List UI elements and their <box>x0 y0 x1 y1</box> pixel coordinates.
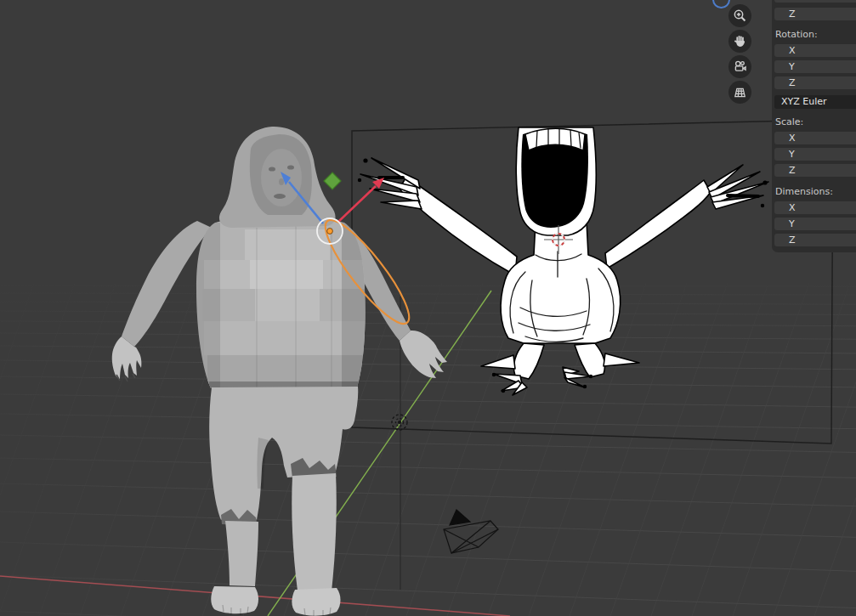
creature-hip-spike <box>481 355 515 369</box>
viewport-canvas[interactable] <box>0 0 856 616</box>
creature-hip-spike <box>604 353 639 366</box>
empty-sphere[interactable] <box>392 415 407 430</box>
creature-right-arm <box>605 180 711 268</box>
pan-hand-icon <box>733 34 747 48</box>
gizmo-origin-dot <box>327 229 333 235</box>
rotation-z-field[interactable]: Z <box>774 76 856 89</box>
claw-shadow-mark <box>364 159 367 162</box>
location-z-field[interactable]: Z <box>774 8 856 20</box>
grid-ortho-button[interactable] <box>728 81 751 104</box>
claw-tip <box>502 390 505 393</box>
camera-up-triangle <box>450 510 470 525</box>
scale-y-field[interactable]: Y <box>774 148 856 161</box>
grid-ortho-icon <box>733 85 747 99</box>
location-z-label: Z <box>789 8 796 20</box>
camera-object[interactable] <box>444 510 498 553</box>
creature-claw <box>381 201 422 209</box>
rotation-y-field[interactable]: Y <box>774 60 856 73</box>
claw-shadow-mark <box>763 181 767 184</box>
transform-panel: Y Z Rotation: X Y Z XYZ Euler Scale: X Y… <box>772 0 856 252</box>
rotation-x-field[interactable]: X <box>774 44 856 57</box>
location-y-field[interactable]: Y <box>774 0 856 3</box>
rotation-section-label: Rotation: <box>775 29 818 40</box>
camera-view-button[interactable] <box>728 55 751 78</box>
character-left-shin <box>225 521 258 586</box>
claw-shadow-mark <box>762 205 764 207</box>
location-y-label: Y <box>789 0 795 2</box>
dimensions-y-field[interactable]: Y <box>774 218 856 230</box>
blender-3d-viewport: Y Z Rotation: X Y Z XYZ Euler Scale: X Y… <box>0 0 856 616</box>
pants-center-shadow <box>257 438 269 489</box>
rotation-mode-dropdown[interactable]: XYZ Euler <box>774 95 856 109</box>
zoom-button[interactable] <box>728 4 751 27</box>
claw-tip <box>493 374 496 376</box>
gizmo-x-arrow[interactable] <box>338 186 376 222</box>
dimensions-x-field[interactable]: X <box>774 201 856 214</box>
claw-tip <box>590 376 592 378</box>
camera-view-icon <box>733 59 747 74</box>
gizmo-y-diamond[interactable] <box>324 172 341 189</box>
character-left-foot <box>211 586 258 613</box>
scale-z-field[interactable]: Z <box>774 164 856 177</box>
claw-shadow-mark <box>728 195 758 196</box>
scale-x-field[interactable]: X <box>774 132 856 144</box>
character-right-shin <box>292 473 337 591</box>
character-right-foot <box>292 588 340 616</box>
scale-section-label: Scale: <box>775 116 803 127</box>
claw-tip <box>584 386 587 388</box>
pan-button[interactable] <box>728 30 751 53</box>
dimensions-z-field[interactable]: Z <box>774 234 856 246</box>
claw-shadow-mark <box>359 179 361 182</box>
dimensions-section-label: Dimensions: <box>775 186 833 197</box>
zoom-icon <box>733 8 747 23</box>
